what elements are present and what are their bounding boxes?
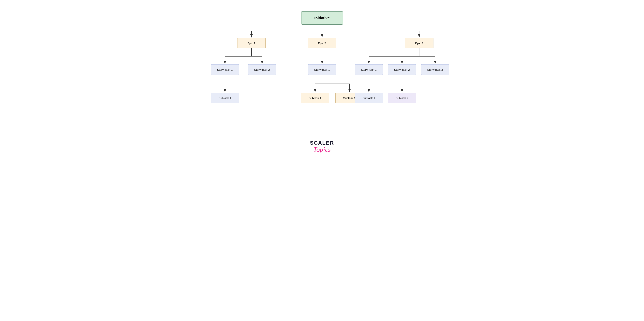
epic2-subtask2-label: Subtask 2 <box>343 96 356 100</box>
epic2-subtask1-node: Subtask 1 <box>301 93 329 103</box>
logo: SCALER Topics <box>310 140 334 154</box>
initiative-node: Initiative <box>301 11 343 24</box>
epic1-subtask1-node: Subtask 1 <box>211 93 239 103</box>
epic2-subtask1-label: Subtask 1 <box>309 96 321 100</box>
epic3-story2-node: Story/Task 2 <box>388 64 416 75</box>
epic3-story1-label: Story/Task 1 <box>361 68 377 71</box>
epic1-story1-label: Story/Task 1 <box>217 68 233 71</box>
epic1-node: Epic 1 <box>237 38 266 48</box>
epic3-subtask2-node: Subtask 2 <box>388 93 416 103</box>
initiative-label: Initiative <box>314 16 330 20</box>
epic2-node: Epic 2 <box>308 38 336 48</box>
epic3-subtask2-label: Subtask 2 <box>396 96 408 100</box>
epic1-story2-node: Story/Task 2 <box>248 64 276 75</box>
epic1-story2-label: Story/Task 2 <box>254 68 270 71</box>
logo-scaler: SCALER <box>310 140 334 146</box>
epic3-subtask1-label: Subtask 1 <box>362 96 375 100</box>
epic2-label: Epic 2 <box>318 42 326 45</box>
epic2-story1-node: Story/Task 1 <box>308 64 336 75</box>
epic1-story1-node: Story/Task 1 <box>211 64 239 75</box>
epic3-story3-label: Story/Task 3 <box>427 68 443 71</box>
epic3-story2-label: Story/Task 2 <box>394 68 410 71</box>
epic1-subtask1-label: Subtask 1 <box>218 96 231 100</box>
epic3-story3-node: Story/Task 3 <box>421 64 449 75</box>
epic3-label: Epic 3 <box>415 42 423 45</box>
epic3-node: Epic 3 <box>405 38 434 48</box>
epic3-story1-node: Story/Task 1 <box>355 64 383 75</box>
epic2-story1-label: Story/Task 1 <box>314 68 330 71</box>
epic3-subtask1-node: Subtask 1 <box>355 93 383 103</box>
epic1-label: Epic 1 <box>248 42 256 45</box>
logo-topics: Topics <box>313 146 331 154</box>
